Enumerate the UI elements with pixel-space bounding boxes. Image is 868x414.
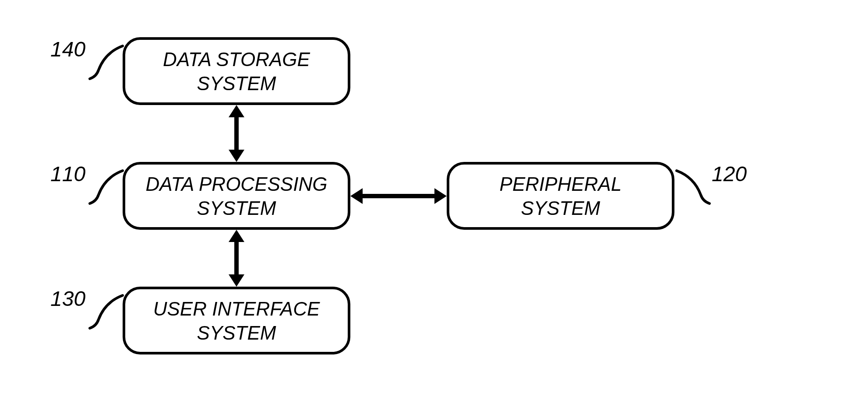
- box-data-processing-line1: DATA PROCESSING: [146, 173, 328, 195]
- arrow-processing-userinterface: [223, 230, 250, 287]
- box-peripheral-line1: PERIPHERAL: [500, 173, 622, 195]
- box-data-processing: DATA PROCESSING SYSTEM: [123, 162, 350, 230]
- ref-130-tail: [85, 293, 129, 333]
- ref-120-tail: [670, 168, 714, 208]
- arrow-processing-peripheral: [350, 183, 447, 209]
- box-peripheral: PERIPHERAL SYSTEM: [447, 162, 674, 230]
- box-user-interface-line2: SYSTEM: [197, 322, 276, 344]
- svg-marker-8: [434, 188, 447, 204]
- box-user-interface-line1: USER INTERFACE: [153, 298, 320, 319]
- ref-110-tail: [85, 168, 129, 208]
- ref-120: 120: [712, 162, 747, 186]
- svg-marker-4: [229, 230, 244, 242]
- box-data-storage-line2: SYSTEM: [197, 73, 276, 94]
- box-data-processing-line2: SYSTEM: [197, 197, 276, 219]
- ref-130: 130: [50, 287, 85, 311]
- box-data-storage: DATA STORAGE SYSTEM: [123, 37, 350, 105]
- box-data-storage-text: DATA STORAGE SYSTEM: [163, 47, 310, 95]
- ref-140: 140: [50, 37, 85, 61]
- svg-marker-2: [229, 150, 244, 162]
- arrow-storage-processing: [223, 105, 250, 162]
- box-peripheral-line2: SYSTEM: [521, 197, 600, 219]
- svg-marker-7: [350, 188, 363, 204]
- box-user-interface: USER INTERFACE SYSTEM: [123, 287, 350, 354]
- svg-marker-5: [229, 274, 244, 287]
- box-user-interface-text: USER INTERFACE SYSTEM: [153, 297, 320, 345]
- box-data-processing-text: DATA PROCESSING SYSTEM: [146, 172, 328, 220]
- box-peripheral-text: PERIPHERAL SYSTEM: [500, 172, 622, 220]
- svg-marker-1: [229, 105, 244, 117]
- ref-140-tail: [85, 44, 129, 83]
- system-block-diagram: DATA STORAGE SYSTEM 140 DATA PROCESSING …: [0, 0, 868, 414]
- ref-110: 110: [50, 162, 85, 186]
- box-data-storage-line1: DATA STORAGE: [163, 49, 310, 70]
